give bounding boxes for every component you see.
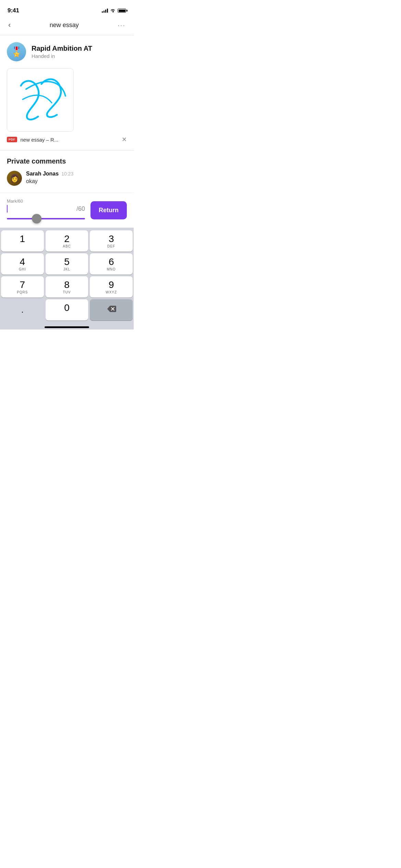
comment-time: 10:23	[61, 171, 73, 177]
status-icons	[102, 9, 126, 13]
comment-content: Sarah Jonas 10:23 okay	[26, 171, 73, 186]
keyboard: 1 2 ABC 3 DEF 4 GHI 5 JKL 6 MNO 7 PQRS	[0, 228, 134, 324]
more-button[interactable]: ···	[116, 20, 127, 31]
slider-track	[7, 218, 85, 219]
pdf-close-button[interactable]: ✕	[122, 136, 127, 143]
home-bar	[45, 326, 89, 328]
user-details: Rapid Ambition AT Handed in	[32, 45, 92, 59]
doc-canvas	[7, 69, 73, 131]
mark-section: Mark/60 /60 Return	[0, 193, 134, 228]
comment-text: okay	[26, 178, 73, 184]
divider	[0, 150, 134, 150]
comment-author: Sarah Jonas	[26, 171, 59, 177]
key-2[interactable]: 2 ABC	[46, 230, 88, 252]
user-name: Rapid Ambition AT	[32, 45, 92, 52]
keyboard-row-3: 7 PQRS 8 TUV 9 WXYZ	[1, 276, 133, 298]
pdf-filename: new essay – R...	[21, 137, 119, 143]
key-3[interactable]: 3 DEF	[90, 230, 133, 252]
comment-row: 👩 Sarah Jonas 10:23 okay	[7, 171, 127, 186]
mark-input-container: Mark/60 /60	[7, 198, 85, 222]
nav-bar: ‹ new essay ···	[0, 16, 134, 35]
mark-slider[interactable]	[7, 215, 85, 222]
mark-cursor	[7, 205, 8, 213]
slider-thumb[interactable]	[32, 214, 41, 224]
mark-input-row: /60	[7, 205, 85, 213]
user-info: Rapid Ambition AT Handed in	[7, 42, 127, 61]
key-delete[interactable]	[90, 299, 133, 321]
nav-title: new essay	[50, 22, 79, 29]
mark-label: Mark/60	[7, 198, 85, 204]
mark-slash	[47, 205, 76, 213]
private-comments-title: Private comments	[7, 157, 127, 165]
status-bar: 9:41	[0, 0, 134, 16]
keyboard-row-4: . 0	[1, 299, 133, 321]
mark-max: /60	[76, 205, 85, 213]
key-dot[interactable]: .	[1, 299, 44, 321]
key-1[interactable]: 1	[1, 230, 44, 252]
key-8[interactable]: 8 TUV	[46, 276, 88, 298]
back-button[interactable]: ‹	[7, 19, 12, 31]
key-4[interactable]: 4 GHI	[1, 253, 44, 275]
document-preview[interactable]	[7, 68, 74, 132]
main-content: Rapid Ambition AT Handed in PDF new essa…	[0, 35, 134, 186]
comment-header: Sarah Jonas 10:23	[26, 171, 73, 177]
wifi-icon	[110, 9, 116, 13]
pdf-tag-row: PDF new essay – R... ✕	[7, 136, 127, 143]
key-5[interactable]: 5 JKL	[46, 253, 88, 275]
home-indicator	[0, 324, 134, 329]
user-status: Handed in	[32, 53, 92, 59]
key-9[interactable]: 9 WXYZ	[90, 276, 133, 298]
status-time: 9:41	[8, 7, 19, 14]
key-7[interactable]: 7 PQRS	[1, 276, 44, 298]
delete-icon	[107, 305, 116, 315]
return-button[interactable]: Return	[90, 201, 127, 219]
comment-avatar: 👩	[7, 171, 22, 186]
battery-icon	[118, 9, 126, 13]
pdf-badge: PDF	[7, 137, 17, 142]
key-0[interactable]: 0	[46, 299, 88, 321]
keyboard-row-2: 4 GHI 5 JKL 6 MNO	[1, 253, 133, 275]
avatar	[7, 42, 26, 61]
signal-icon	[102, 9, 108, 13]
key-6[interactable]: 6 MNO	[90, 253, 133, 275]
keyboard-row-1: 1 2 ABC 3 DEF	[1, 230, 133, 252]
